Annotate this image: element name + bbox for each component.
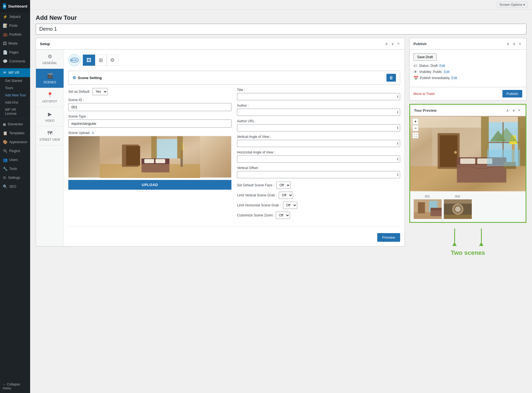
publish-time-row: 📅 Publish immediately Edit [413, 76, 522, 80]
limit-vertical-row: Limit Vertical Scene Grab : Off On [237, 192, 400, 199]
default-scene-face-label: Set Default Scene Face : [237, 183, 274, 187]
arrow-right [479, 228, 483, 246]
tab-streetview[interactable]: 🗺 STREET VIEW [36, 126, 64, 145]
sidebar-item-settings[interactable]: ⚙ Settings [0, 173, 30, 182]
limit-horizontal-select[interactable]: Off On [283, 202, 297, 209]
sidebar-item-appearance[interactable]: 🎨 Appearance [0, 138, 30, 147]
panel-up-button[interactable]: ∧ [384, 41, 389, 47]
preview-close-button[interactable]: × [517, 108, 522, 113]
scene-upload-info-icon[interactable]: ℹ [92, 131, 94, 135]
screen-options-button[interactable]: Screen Options ▾ [497, 2, 528, 8]
panel-down-button[interactable]: ∨ [390, 41, 395, 47]
visibility-edit-link[interactable]: Edit [444, 70, 449, 74]
scene-type-input[interactable] [68, 119, 231, 128]
vertical-angle-info-icon[interactable]: ℹ [397, 141, 398, 145]
zoom-out-button[interactable]: − [412, 125, 419, 131]
horizontal-angle-info-icon[interactable]: ℹ [397, 157, 398, 161]
sidebar-item-addons[interactable]: Add-Ons [0, 99, 30, 106]
preview-button[interactable]: Preview [377, 233, 400, 242]
sidebar-item-tours[interactable]: Tours [0, 84, 30, 92]
svg-rect-50 [444, 215, 472, 219]
move-to-trash-link[interactable]: Move to Trash [413, 92, 435, 96]
annotation-text: Two scenes [451, 249, 485, 256]
sidebar-item-jetpack[interactable]: ⚡ Jetpack [0, 12, 30, 21]
tour-title-input[interactable] [36, 24, 526, 35]
sidebar-item-add-new-tour[interactable]: Add New Tour [0, 92, 30, 99]
limit-vertical-select[interactable]: Off On [279, 192, 293, 199]
zoom-in-button[interactable]: + [412, 118, 419, 125]
customize-zoom-label: Customize Scene Zoom: [237, 213, 274, 217]
wpvr-logo: WPVR [68, 54, 81, 66]
scene-id-input[interactable] [68, 103, 231, 111]
tools-icon: 🔧 [3, 167, 8, 171]
scene-thumb-002-image[interactable] [444, 199, 471, 219]
sidebar-item-pages[interactable]: 📄 Pages [0, 48, 30, 57]
publish-button[interactable]: Publish [502, 90, 522, 97]
tab-general[interactable]: ⚙ GENERAL [36, 50, 64, 69]
sidebar-item-tools[interactable]: 🔧 Tools [0, 164, 30, 173]
customize-zoom-select[interactable]: Off On [276, 212, 290, 219]
sidebar-item-elementor[interactable]: ◼ Elementor [0, 120, 30, 129]
tab-scenes[interactable]: 🎬 SCENES [36, 69, 64, 88]
sidebar-item-templates[interactable]: 📋 Templates [0, 129, 30, 138]
sidebar-item-seo[interactable]: 🔍 SEO [0, 182, 30, 191]
scene-delete-button[interactable]: 🗑 [386, 74, 396, 82]
status-text: Status: Draft [419, 64, 438, 68]
sidebar-item-get-started[interactable]: Get Started [0, 77, 30, 84]
publish-close-button[interactable]: × [518, 41, 522, 47]
publish-down-button[interactable]: ∨ [512, 41, 517, 47]
sidebar-item-posts[interactable]: 📝 Posts [0, 21, 30, 30]
svg-rect-15 [151, 136, 157, 158]
scene-thumb-002[interactable]: 002 [444, 195, 471, 219]
author-url-info-icon[interactable]: ℹ [397, 126, 398, 130]
title-field-input[interactable] [237, 93, 400, 100]
author-url-input[interactable] [237, 124, 400, 131]
preview-up-button[interactable]: ∧ [505, 108, 510, 113]
status-edit-link[interactable]: Edit [439, 64, 445, 68]
tab-video[interactable]: ▶ VIDEO [36, 107, 64, 126]
title-info-icon[interactable]: ℹ [397, 95, 398, 99]
fullscreen-button[interactable]: ⛶ [412, 132, 419, 138]
scene-thumb-001[interactable]: 001 [413, 195, 441, 219]
default-scene-face-select[interactable]: Off On [276, 182, 291, 189]
sidebar-item-users[interactable]: 👥 Users [0, 155, 30, 164]
vertical-offset-info-icon[interactable]: ℹ [397, 173, 398, 177]
publish-up-button[interactable]: ∧ [506, 41, 511, 47]
scene-id-label: Scene ID : [68, 98, 231, 102]
scene-thumb-001-image[interactable] [413, 199, 441, 219]
sidebar-item-media[interactable]: 🖼 Media [0, 39, 30, 48]
author-info-icon[interactable]: ℹ [397, 110, 398, 114]
publish-header: Publish ∧ ∨ × [410, 38, 526, 50]
horizontal-angle-input[interactable] [237, 155, 400, 163]
sidebar-item-comments[interactable]: 💬 Comments [0, 57, 30, 66]
scene-tab-grid[interactable]: ⊞ [95, 55, 107, 66]
author-field-input[interactable] [237, 109, 400, 116]
set-as-default-select[interactable]: Yes No [93, 88, 108, 95]
vertical-offset-group: Vertical Offset : ℹ [237, 166, 400, 178]
setup-sidebar: ⚙ GENERAL 🎬 SCENES 📍 HOTSPOT [36, 50, 64, 246]
scene-tab-settings[interactable]: ⚙ [107, 55, 118, 66]
video-tab-icon: ▶ [48, 111, 52, 117]
preview-down-button[interactable]: ∨ [511, 108, 516, 113]
vertical-angle-input[interactable] [237, 140, 400, 147]
upload-button[interactable]: UPLOAD [68, 180, 231, 190]
scene-title-bar: ⚙ Scene Setting 🗑 [68, 71, 400, 85]
collapse-menu-button[interactable]: ← Collapse menu [0, 380, 30, 393]
publish-time-edit-link[interactable]: Edit [451, 76, 457, 80]
tab-hotspot[interactable]: 📍 HOTSPOT [36, 88, 64, 107]
sidebar-dashboard-label[interactable]: Dashboard [8, 4, 27, 8]
sidebar-item-wpvr[interactable]: 👁 WP VR [0, 68, 30, 77]
scene-upload-label: Scene Upload: ℹ [68, 131, 231, 135]
scene-type-group: Scene Type : [68, 114, 231, 128]
sidebar-item-plugins[interactable]: 🔌 Plugins [0, 147, 30, 155]
publish-box: Publish ∧ ∨ × Save Draft 🏷 Status: Dr [409, 38, 526, 101]
panel-close-button[interactable]: × [396, 41, 401, 47]
svg-point-29 [454, 151, 457, 154]
sidebar-item-portfolio[interactable]: 💼 Portfolio [0, 30, 30, 39]
svg-text:WPVR: WPVR [71, 59, 77, 61]
scene-tab-panoramic[interactable]: 🖼 [83, 55, 95, 66]
title-section [30, 24, 532, 38]
sidebar-item-license[interactable]: WP VR License [0, 106, 30, 117]
save-draft-button[interactable]: Save Draft [413, 53, 437, 61]
vertical-offset-input[interactable] [237, 171, 400, 178]
